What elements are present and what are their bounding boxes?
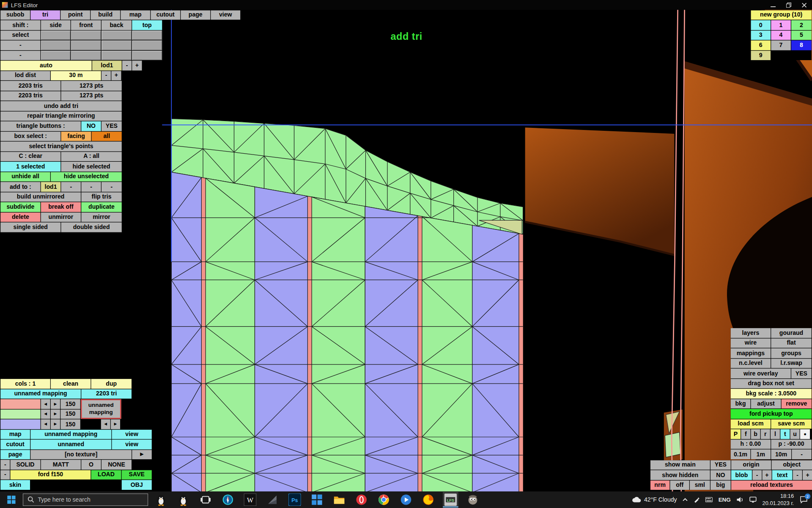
slot-button[interactable] [102, 30, 132, 40]
file-explorer-icon[interactable] [332, 492, 347, 508]
group-5[interactable]: 5 [791, 30, 812, 40]
map-view-button[interactable]: view [112, 429, 151, 439]
nrm-button[interactable]: nrm [650, 480, 669, 490]
mappings-button[interactable]: mappings [731, 348, 771, 358]
auto-button[interactable]: auto [0, 61, 92, 70]
lfs-editor-icon[interactable]: LFS [443, 492, 458, 508]
slot-button[interactable] [71, 50, 101, 60]
tab-build[interactable]: build [91, 10, 120, 20]
text-button[interactable]: text [772, 470, 793, 480]
solid-button[interactable]: SOLID [10, 460, 40, 469]
grid-1m-button[interactable]: 1m [751, 450, 771, 459]
group-7[interactable]: 7 [771, 41, 791, 50]
unhide-all-button[interactable]: unhide all [0, 172, 50, 182]
group-1[interactable]: 1 [771, 20, 791, 30]
green-next[interactable]: ► [51, 409, 60, 419]
none-button[interactable]: NONE [102, 460, 132, 469]
select-all-button[interactable]: A : all [61, 152, 121, 161]
page-next[interactable]: ▶ [132, 450, 152, 459]
single-sided-button[interactable]: single sided [0, 222, 60, 232]
slot-button[interactable] [132, 50, 162, 60]
page-button[interactable]: page [0, 450, 30, 459]
double-sided-button[interactable]: double sided [61, 222, 121, 232]
firefox-icon[interactable] [420, 492, 436, 508]
show-hidden-no[interactable]: NO [710, 470, 731, 480]
view-under[interactable]: u [790, 429, 800, 439]
bkg-adjust-button[interactable]: adjust [751, 399, 781, 409]
bkg-button[interactable]: bkg [731, 399, 751, 409]
lod1-button[interactable]: lod1 [92, 61, 122, 70]
mapping-next[interactable]: ► [111, 420, 120, 429]
flip-tris-button[interactable]: flip tris [81, 192, 122, 202]
duplicate-button[interactable]: duplicate [81, 202, 122, 212]
slot-button[interactable] [41, 41, 71, 50]
map-button[interactable]: map [0, 429, 30, 439]
lod-plus-button[interactable]: + [132, 61, 142, 70]
new-group-button[interactable]: new group (10) [751, 10, 812, 20]
matt-button[interactable]: MATT [41, 460, 81, 469]
triangle-buttons-no[interactable]: NO [81, 121, 101, 131]
volume-icon[interactable] [736, 497, 743, 503]
restore-button[interactable] [781, 0, 797, 10]
nrm-sml-button[interactable]: sml [690, 480, 710, 490]
build-unmirrored-button[interactable]: build unmirrored [0, 192, 81, 202]
slot-button[interactable] [102, 41, 132, 50]
material-o-button[interactable]: O [81, 460, 101, 469]
opera-icon[interactable] [354, 492, 369, 508]
mesh-strip[interactable] [206, 178, 255, 508]
wire-overlay-label[interactable]: wire overlay [731, 369, 791, 378]
pen-input-icon[interactable] [694, 497, 700, 503]
tab-subob[interactable]: subob [0, 10, 30, 20]
slot-button[interactable] [132, 30, 162, 40]
tab-cutout[interactable]: cutout [151, 10, 180, 20]
utility-app-icon[interactable] [265, 492, 280, 508]
box-select-facing[interactable]: facing [61, 131, 91, 141]
save-scm-button[interactable]: save scm [771, 419, 812, 429]
slot-button[interactable] [41, 30, 71, 40]
task-view-icon[interactable] [198, 492, 214, 508]
bkg-remove-button[interactable]: remove [782, 399, 812, 409]
top-button[interactable]: top [132, 20, 162, 30]
chrome-icon[interactable] [376, 492, 392, 508]
add-to-slot-3[interactable]: - [81, 182, 101, 192]
blue-next[interactable]: ► [51, 420, 60, 429]
box-select-all[interactable]: all [92, 131, 122, 141]
start-button[interactable] [0, 491, 23, 508]
blob-plus[interactable]: + [762, 470, 771, 480]
side-button[interactable]: side [41, 20, 71, 30]
network-icon[interactable] [749, 497, 757, 503]
slot-button[interactable] [71, 41, 101, 50]
break-off-button[interactable]: break off [41, 202, 81, 212]
load-scm-button[interactable]: load scm [731, 419, 771, 429]
slot-button[interactable] [132, 41, 162, 50]
wire-button[interactable]: wire [731, 338, 771, 348]
clear-selection-button[interactable]: C : clear [0, 152, 60, 161]
group-6[interactable]: 6 [751, 41, 771, 50]
clock[interactable]: 18:16 20.01.2023 г. [763, 492, 794, 506]
mapping-box[interactable]: unnamed mapping [81, 399, 121, 419]
nc-level-button[interactable]: n.c.level [731, 359, 771, 368]
lr-swap-button[interactable]: l.r.swap [771, 359, 812, 368]
media-player-icon[interactable] [398, 492, 414, 508]
front-button[interactable]: front [71, 20, 101, 30]
add-to-slot-2[interactable]: - [61, 182, 81, 192]
lod-dist-minus[interactable]: - [102, 71, 111, 80]
view-front[interactable]: f [741, 429, 750, 439]
lod-dist-label[interactable]: lod dist [0, 71, 50, 80]
group-3[interactable]: 3 [751, 30, 771, 40]
map-mapping-name[interactable]: unnamed mapping [30, 429, 111, 439]
mesh-strip[interactable] [255, 187, 307, 508]
load-button[interactable]: LOAD [91, 470, 121, 480]
photoshop-icon[interactable]: Ps [287, 492, 302, 508]
tab-point[interactable]: point [60, 10, 90, 20]
show-main-yes[interactable]: YES [710, 460, 731, 470]
obj-button[interactable]: OBJ [122, 480, 152, 490]
minus-row-button[interactable]: - [0, 41, 40, 50]
tab-view[interactable]: view [211, 10, 240, 20]
gimp-icon[interactable] [465, 492, 481, 508]
show-main-button[interactable]: show main [650, 460, 710, 470]
page-texture[interactable]: [no texture] [30, 450, 132, 459]
hide-unselected-button[interactable]: hide unselected [51, 172, 122, 182]
show-hidden-button[interactable]: show hidden [650, 470, 710, 480]
text-minus[interactable]: - [793, 470, 802, 480]
